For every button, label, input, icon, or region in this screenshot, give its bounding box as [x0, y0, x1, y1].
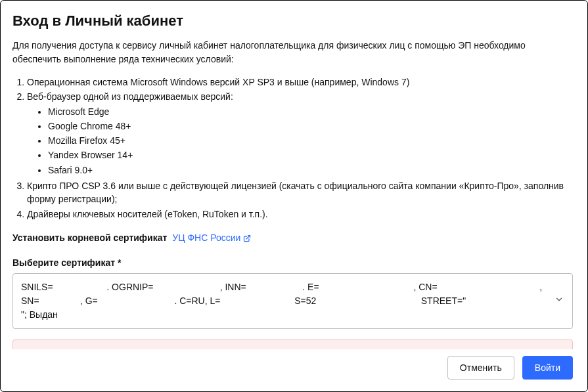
root-cert-link-text: УЦ ФНС России	[172, 232, 240, 243]
root-cert-link[interactable]: УЦ ФНС России	[172, 232, 251, 243]
requirement-item: Операционная система Microsoft Windows в…	[27, 76, 573, 89]
browser-item: Microsoft Edge	[48, 105, 573, 118]
root-cert-label: Установить корневой сертификат	[12, 232, 167, 243]
intro-text: Для получения доступа к сервису личный к…	[12, 39, 573, 66]
dialog-body-scroll[interactable]: Вход в Личный кабинет Для получения дост…	[1, 1, 587, 349]
requirement-item: Веб-браузер одной из поддерживаемых верс…	[27, 90, 573, 177]
external-link-icon	[243, 232, 251, 243]
cert-select-wrap: SNILS= . OGRNIP= , INN= . E= , CN= , SN=…	[12, 273, 573, 329]
browser-item: Safari 9.0+	[48, 163, 573, 177]
svg-line-0	[246, 235, 250, 239]
requirement-browsers-lead: Веб-браузер одной из поддерживаемых верс…	[27, 91, 233, 102]
error-banner: Произошла неизвестная ошибка. Попробуйте…	[12, 339, 573, 349]
login-button[interactable]: Войти	[522, 356, 573, 380]
browser-list: Microsoft Edge Google Chrome 48+ Mozilla…	[27, 105, 573, 177]
browser-item: Yandex Browser 14+	[48, 148, 573, 162]
login-dialog: Вход в Личный кабинет Для получения дост…	[0, 0, 588, 392]
dialog-footer: Отменить Войти	[1, 349, 587, 391]
cert-select-label: Выберите сертификат *	[12, 257, 573, 268]
browser-item: Mozilla Firefox 45+	[48, 134, 573, 147]
requirement-item: Крипто ПРО CSP 3.6 или выше с действующе…	[27, 179, 573, 206]
requirements-list: Операционная система Microsoft Windows в…	[12, 76, 573, 221]
browser-item: Google Chrome 48+	[48, 120, 573, 133]
cert-select[interactable]: SNILS= . OGRNIP= , INN= . E= , CN= , SN=…	[12, 273, 573, 329]
cancel-button[interactable]: Отменить	[447, 356, 514, 380]
dialog-title: Вход в Личный кабинет	[12, 12, 573, 30]
requirement-item: Драйверы ключевых носителей (eToken, RuT…	[27, 207, 573, 221]
root-cert-line: Установить корневой сертификат УЦ ФНС Ро…	[12, 232, 573, 243]
